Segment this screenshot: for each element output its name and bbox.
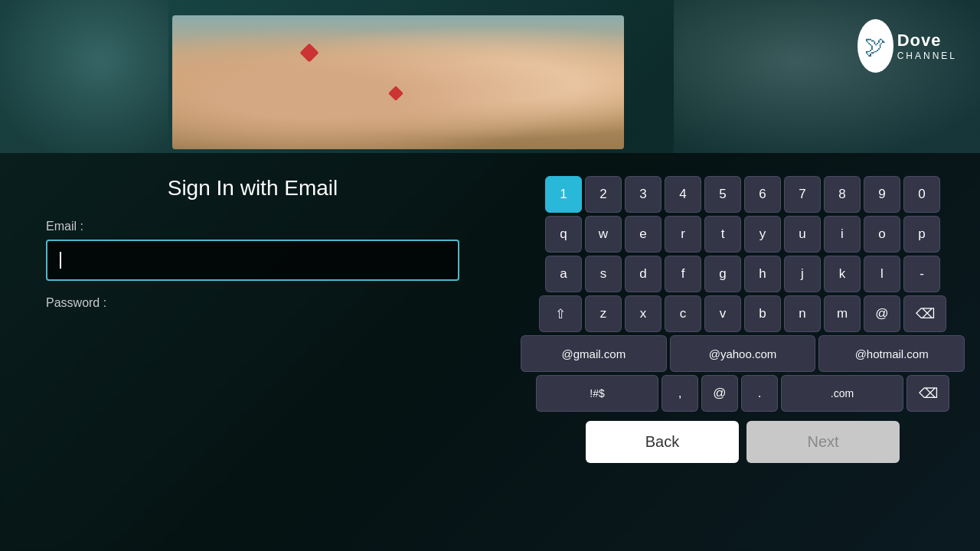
dove-icon: 🕊 bbox=[864, 34, 886, 59]
action-buttons: Back Next bbox=[521, 421, 965, 463]
key-t[interactable]: t bbox=[704, 216, 741, 253]
key-p[interactable]: p bbox=[903, 216, 940, 253]
hotmail-key[interactable]: @hotmail.com bbox=[818, 335, 965, 372]
email-shortcut-row: @gmail.com @yahoo.com @hotmail.com bbox=[521, 335, 965, 372]
key-c[interactable]: c bbox=[665, 295, 701, 332]
period-key[interactable]: . bbox=[741, 375, 778, 412]
logo-channel-name: CHANNEL bbox=[897, 51, 957, 61]
key-l[interactable]: l bbox=[864, 256, 900, 292]
email-input[interactable] bbox=[46, 240, 459, 281]
bg-face-left bbox=[0, 0, 168, 153]
key-0[interactable]: 0 bbox=[903, 176, 940, 213]
key-dash[interactable]: - bbox=[903, 256, 940, 292]
key-e[interactable]: e bbox=[625, 216, 662, 253]
row-zxcv: ⇧ z x c v b n m @ ⌫ bbox=[521, 295, 965, 332]
virtual-keyboard: 1 2 3 4 5 6 7 8 9 0 q w e r t y u i bbox=[521, 176, 965, 463]
gmail-key[interactable]: @gmail.com bbox=[521, 335, 667, 372]
key-x[interactable]: x bbox=[625, 295, 662, 332]
shift-key[interactable]: ⇧ bbox=[539, 295, 582, 332]
yahoo-key[interactable]: @yahoo.com bbox=[670, 335, 816, 372]
dove-channel-logo: 🕊 Dove CHANNEL bbox=[858, 15, 957, 77]
key-b[interactable]: b bbox=[744, 295, 781, 332]
logo-circle: 🕊 bbox=[858, 19, 893, 73]
at-symbol-key[interactable]: @ bbox=[701, 375, 738, 412]
logo-dove-name: Dove bbox=[897, 31, 942, 51]
key-2[interactable]: 2 bbox=[585, 176, 622, 213]
signin-title: Sign In with Email bbox=[46, 176, 459, 201]
key-9[interactable]: 9 bbox=[864, 176, 900, 213]
special-chars-key[interactable]: !#$ bbox=[536, 375, 658, 412]
key-r[interactable]: r bbox=[665, 216, 701, 253]
backspace-key[interactable]: ⌫ bbox=[903, 295, 946, 332]
key-k[interactable]: k bbox=[824, 256, 861, 292]
key-6[interactable]: 6 bbox=[744, 176, 781, 213]
key-j[interactable]: j bbox=[784, 256, 821, 292]
key-3[interactable]: 3 bbox=[625, 176, 662, 213]
key-s[interactable]: s bbox=[585, 256, 622, 292]
key-q[interactable]: q bbox=[545, 216, 582, 253]
key-w[interactable]: w bbox=[585, 216, 622, 253]
key-5[interactable]: 5 bbox=[704, 176, 741, 213]
key-y[interactable]: y bbox=[744, 216, 781, 253]
key-7[interactable]: 7 bbox=[784, 176, 821, 213]
next-button[interactable]: Next bbox=[746, 421, 900, 463]
heart-petal-2 bbox=[388, 86, 403, 101]
key-8[interactable]: 8 bbox=[824, 176, 861, 213]
key-v[interactable]: v bbox=[704, 295, 741, 332]
logo-text: Dove CHANNEL bbox=[897, 31, 957, 61]
symbols-row: !#$ , @ . .com ⌫ bbox=[521, 375, 965, 412]
text-cursor bbox=[60, 252, 61, 269]
back-button[interactable]: Back bbox=[586, 421, 739, 463]
key-i[interactable]: i bbox=[824, 216, 861, 253]
key-4[interactable]: 4 bbox=[665, 176, 701, 213]
row-qwerty: q w e r t y u i o p bbox=[521, 216, 965, 253]
email-field-group: Email : bbox=[46, 220, 459, 281]
key-at[interactable]: @ bbox=[864, 295, 900, 332]
signin-panel: Sign In with Email Email : Password : bbox=[0, 176, 505, 310]
hero-image bbox=[172, 15, 624, 149]
heart-petal-1 bbox=[299, 43, 318, 62]
backspace-key-2[interactable]: ⌫ bbox=[906, 375, 949, 412]
key-m[interactable]: m bbox=[824, 295, 861, 332]
key-h[interactable]: h bbox=[744, 256, 781, 292]
dotcom-key[interactable]: .com bbox=[781, 375, 903, 412]
key-a[interactable]: a bbox=[545, 256, 582, 292]
row-asdf: a s d f g h j k l - bbox=[521, 256, 965, 292]
key-1[interactable]: 1 bbox=[545, 176, 582, 213]
key-g[interactable]: g bbox=[704, 256, 741, 292]
key-f[interactable]: f bbox=[665, 256, 701, 292]
key-u[interactable]: u bbox=[784, 216, 821, 253]
key-z[interactable]: z bbox=[585, 295, 622, 332]
email-label: Email : bbox=[46, 220, 459, 233]
key-d[interactable]: d bbox=[625, 256, 662, 292]
number-row: 1 2 3 4 5 6 7 8 9 0 bbox=[521, 176, 965, 213]
keyboard-panel: 1 2 3 4 5 6 7 8 9 0 q w e r t y u i bbox=[505, 176, 980, 463]
comma-key[interactable]: , bbox=[662, 375, 698, 412]
key-o[interactable]: o bbox=[864, 216, 900, 253]
password-label: Password : bbox=[46, 296, 459, 310]
main-content: Sign In with Email Email : Password : 1 … bbox=[0, 153, 980, 551]
key-n[interactable]: n bbox=[784, 295, 821, 332]
